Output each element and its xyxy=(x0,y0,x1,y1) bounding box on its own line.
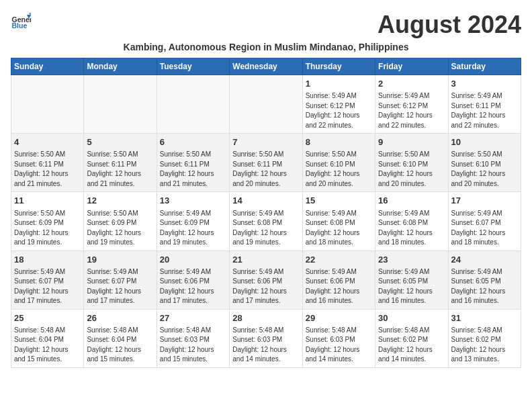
day-number: 10 xyxy=(451,136,518,148)
calendar-cell: 28Sunrise: 5:48 AM Sunset: 6:03 PM Dayli… xyxy=(230,309,302,367)
calendar-cell: 8Sunrise: 5:50 AM Sunset: 6:10 PM Daylig… xyxy=(302,134,375,192)
day-number: 5 xyxy=(87,136,153,148)
day-info: Sunrise: 5:49 AM Sunset: 6:07 PM Dayligh… xyxy=(14,267,81,306)
day-info: Sunrise: 5:48 AM Sunset: 6:04 PM Dayligh… xyxy=(87,326,153,365)
day-info: Sunrise: 5:48 AM Sunset: 6:04 PM Dayligh… xyxy=(14,326,81,365)
day-number: 27 xyxy=(160,312,226,324)
day-info: Sunrise: 5:49 AM Sunset: 6:06 PM Dayligh… xyxy=(232,267,299,306)
day-number: 2 xyxy=(378,78,445,90)
day-info: Sunrise: 5:49 AM Sunset: 6:07 PM Dayligh… xyxy=(451,209,518,248)
calendar-cell: 18Sunrise: 5:49 AM Sunset: 6:07 PM Dayli… xyxy=(11,250,84,309)
day-number: 15 xyxy=(306,195,372,207)
col-header-thursday: Thursday xyxy=(302,58,375,75)
col-header-friday: Friday xyxy=(375,58,448,75)
svg-text:Blue: Blue xyxy=(12,21,28,30)
calendar-week-3: 11Sunrise: 5:50 AM Sunset: 6:09 PM Dayli… xyxy=(11,192,521,250)
calendar-cell: 1Sunrise: 5:49 AM Sunset: 6:12 PM Daylig… xyxy=(302,75,375,134)
day-info: Sunrise: 5:49 AM Sunset: 6:07 PM Dayligh… xyxy=(87,267,153,306)
day-info: Sunrise: 5:49 AM Sunset: 6:05 PM Dayligh… xyxy=(378,267,445,306)
calendar-subtitle: Kambing, Autonomous Region in Muslim Min… xyxy=(11,42,521,52)
col-header-wednesday: Wednesday xyxy=(230,58,302,75)
day-info: Sunrise: 5:48 AM Sunset: 6:03 PM Dayligh… xyxy=(306,326,372,365)
day-number: 25 xyxy=(14,312,81,324)
month-title: August 2024 xyxy=(378,11,521,39)
col-header-saturday: Saturday xyxy=(448,58,521,75)
day-number: 26 xyxy=(87,312,153,324)
calendar-cell: 2Sunrise: 5:49 AM Sunset: 6:12 PM Daylig… xyxy=(375,75,448,134)
day-info: Sunrise: 5:50 AM Sunset: 6:10 PM Dayligh… xyxy=(378,150,445,189)
calendar-cell: 24Sunrise: 5:49 AM Sunset: 6:05 PM Dayli… xyxy=(448,250,521,309)
calendar-cell: 31Sunrise: 5:48 AM Sunset: 6:02 PM Dayli… xyxy=(448,309,521,367)
day-number: 12 xyxy=(87,195,153,207)
day-number: 11 xyxy=(14,195,81,207)
day-info: Sunrise: 5:50 AM Sunset: 6:11 PM Dayligh… xyxy=(14,150,81,189)
day-info: Sunrise: 5:49 AM Sunset: 6:12 PM Dayligh… xyxy=(378,91,445,130)
day-info: Sunrise: 5:49 AM Sunset: 6:08 PM Dayligh… xyxy=(306,209,372,248)
calendar-cell: 19Sunrise: 5:49 AM Sunset: 6:07 PM Dayli… xyxy=(84,250,157,309)
day-number: 4 xyxy=(14,136,81,148)
calendar-cell: 21Sunrise: 5:49 AM Sunset: 6:06 PM Dayli… xyxy=(230,250,302,309)
day-number: 29 xyxy=(306,312,372,324)
day-info: Sunrise: 5:50 AM Sunset: 6:11 PM Dayligh… xyxy=(232,150,299,189)
col-header-sunday: Sunday xyxy=(11,58,84,75)
day-number: 14 xyxy=(232,195,299,207)
calendar-cell xyxy=(11,75,84,134)
day-info: Sunrise: 5:48 AM Sunset: 6:03 PM Dayligh… xyxy=(160,326,226,365)
calendar-cell: 26Sunrise: 5:48 AM Sunset: 6:04 PM Dayli… xyxy=(84,309,157,367)
calendar-cell: 16Sunrise: 5:49 AM Sunset: 6:08 PM Dayli… xyxy=(375,192,448,250)
calendar-cell xyxy=(230,75,302,134)
logo-icon: General Blue xyxy=(11,11,31,31)
day-number: 9 xyxy=(378,136,445,148)
calendar-cell xyxy=(157,75,229,134)
calendar-week-1: 1Sunrise: 5:49 AM Sunset: 6:12 PM Daylig… xyxy=(11,75,521,134)
day-number: 8 xyxy=(306,136,372,148)
day-info: Sunrise: 5:48 AM Sunset: 6:02 PM Dayligh… xyxy=(451,326,518,365)
calendar-cell: 10Sunrise: 5:50 AM Sunset: 6:10 PM Dayli… xyxy=(448,134,521,192)
day-number: 20 xyxy=(160,254,226,266)
calendar-week-5: 25Sunrise: 5:48 AM Sunset: 6:04 PM Dayli… xyxy=(11,309,521,367)
day-number: 18 xyxy=(14,254,81,266)
day-number: 17 xyxy=(451,195,518,207)
day-number: 16 xyxy=(378,195,445,207)
calendar-week-2: 4Sunrise: 5:50 AM Sunset: 6:11 PM Daylig… xyxy=(11,134,521,192)
col-header-tuesday: Tuesday xyxy=(157,58,229,75)
calendar-cell: 20Sunrise: 5:49 AM Sunset: 6:06 PM Dayli… xyxy=(157,250,229,309)
day-info: Sunrise: 5:48 AM Sunset: 6:03 PM Dayligh… xyxy=(232,326,299,365)
calendar-cell: 27Sunrise: 5:48 AM Sunset: 6:03 PM Dayli… xyxy=(157,309,229,367)
day-info: Sunrise: 5:49 AM Sunset: 6:11 PM Dayligh… xyxy=(451,91,518,130)
calendar-week-4: 18Sunrise: 5:49 AM Sunset: 6:07 PM Dayli… xyxy=(11,250,521,309)
calendar-cell: 25Sunrise: 5:48 AM Sunset: 6:04 PM Dayli… xyxy=(11,309,84,367)
day-info: Sunrise: 5:49 AM Sunset: 6:12 PM Dayligh… xyxy=(306,91,372,130)
day-number: 19 xyxy=(87,254,153,266)
day-number: 7 xyxy=(232,136,299,148)
day-number: 1 xyxy=(306,78,372,90)
calendar-cell: 9Sunrise: 5:50 AM Sunset: 6:10 PM Daylig… xyxy=(375,134,448,192)
day-number: 24 xyxy=(451,254,518,266)
calendar-cell: 22Sunrise: 5:49 AM Sunset: 6:06 PM Dayli… xyxy=(302,250,375,309)
day-info: Sunrise: 5:49 AM Sunset: 6:08 PM Dayligh… xyxy=(378,209,445,248)
day-number: 6 xyxy=(160,136,226,148)
calendar-cell: 3Sunrise: 5:49 AM Sunset: 6:11 PM Daylig… xyxy=(448,75,521,134)
day-number: 13 xyxy=(160,195,226,207)
day-number: 3 xyxy=(451,78,518,90)
day-number: 22 xyxy=(306,254,372,266)
day-info: Sunrise: 5:50 AM Sunset: 6:10 PM Dayligh… xyxy=(451,150,518,189)
calendar-table: SundayMondayTuesdayWednesdayThursdayFrid… xyxy=(11,58,521,368)
calendar-cell: 7Sunrise: 5:50 AM Sunset: 6:11 PM Daylig… xyxy=(230,134,302,192)
day-info: Sunrise: 5:49 AM Sunset: 6:05 PM Dayligh… xyxy=(451,267,518,306)
day-number: 23 xyxy=(378,254,445,266)
day-info: Sunrise: 5:49 AM Sunset: 6:08 PM Dayligh… xyxy=(232,209,299,248)
day-info: Sunrise: 5:49 AM Sunset: 6:09 PM Dayligh… xyxy=(160,209,226,248)
calendar-cell: 15Sunrise: 5:49 AM Sunset: 6:08 PM Dayli… xyxy=(302,192,375,250)
calendar-cell: 30Sunrise: 5:48 AM Sunset: 6:02 PM Dayli… xyxy=(375,309,448,367)
day-number: 30 xyxy=(378,312,445,324)
col-header-monday: Monday xyxy=(84,58,157,75)
calendar-cell: 29Sunrise: 5:48 AM Sunset: 6:03 PM Dayli… xyxy=(302,309,375,367)
calendar-cell: 14Sunrise: 5:49 AM Sunset: 6:08 PM Dayli… xyxy=(230,192,302,250)
calendar-cell: 5Sunrise: 5:50 AM Sunset: 6:11 PM Daylig… xyxy=(84,134,157,192)
calendar-cell: 23Sunrise: 5:49 AM Sunset: 6:05 PM Dayli… xyxy=(375,250,448,309)
day-number: 21 xyxy=(232,254,299,266)
day-info: Sunrise: 5:50 AM Sunset: 6:09 PM Dayligh… xyxy=(14,209,81,248)
day-info: Sunrise: 5:50 AM Sunset: 6:11 PM Dayligh… xyxy=(87,150,153,189)
calendar-cell: 17Sunrise: 5:49 AM Sunset: 6:07 PM Dayli… xyxy=(448,192,521,250)
